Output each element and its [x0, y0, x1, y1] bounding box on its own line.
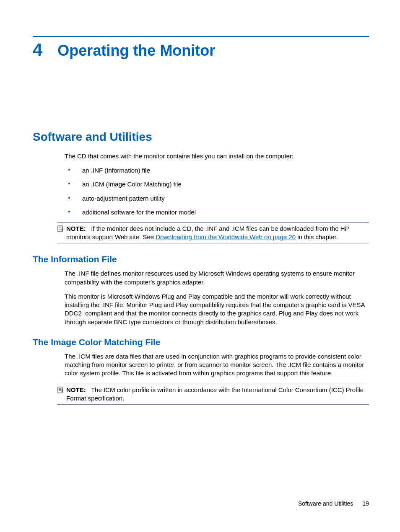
note-text: NOTE: If the monitor does not include a … [66, 225, 369, 242]
document-page: 4 Operating the Monitor Software and Uti… [0, 0, 400, 405]
icm-file-p1: The .ICM files are data files that are u… [65, 352, 369, 378]
section-heading-icm-file: The Image Color Matching File [33, 337, 369, 347]
note-icon [57, 225, 64, 232]
file-list: an .INF (Information) file an .ICM (Imag… [65, 166, 369, 217]
chapter-rule [33, 36, 369, 37]
footer-page-number: 19 [362, 500, 369, 507]
chapter-heading: 4 Operating the Monitor [33, 41, 369, 59]
note-body: The ICM color profile is written in acco… [66, 386, 364, 402]
svg-rect-0 [58, 226, 62, 232]
note-after-link: in this chapter. [296, 233, 338, 240]
note-label: NOTE: [66, 386, 86, 393]
note-label: NOTE: [66, 225, 86, 232]
info-file-p1: The .INF file defines monitor resources … [65, 269, 369, 287]
footer-section-name: Software and Utilities [298, 500, 353, 507]
note-block: NOTE: The ICM color profile is written i… [57, 384, 369, 405]
download-link[interactable]: Downloading from the Worldwide Web on pa… [156, 233, 296, 240]
svg-rect-4 [58, 387, 62, 393]
note-block: NOTE: If the monitor does not include a … [57, 222, 369, 244]
list-item: an .INF (Information) file [65, 166, 369, 175]
note-icon [57, 387, 64, 393]
chapter-number: 4 [33, 41, 42, 59]
info-file-p2: This monitor is Microsoft Windows Plug a… [65, 292, 369, 326]
page-footer: Software and Utilities 19 [298, 500, 369, 507]
section-heading-software-utilities: Software and Utilities [33, 130, 369, 144]
section-heading-information-file: The Information File [33, 254, 369, 264]
chapter-title: Operating the Monitor [57, 42, 215, 59]
intro-paragraph: The CD that comes with the monitor conta… [65, 152, 369, 160]
list-item: auto-adjustment pattern utility [65, 194, 369, 203]
list-item: an .ICM (Image Color Matching) file [65, 180, 369, 189]
note-text: NOTE: The ICM color profile is written i… [66, 386, 369, 403]
list-item: additional software for the monitor mode… [65, 208, 369, 217]
